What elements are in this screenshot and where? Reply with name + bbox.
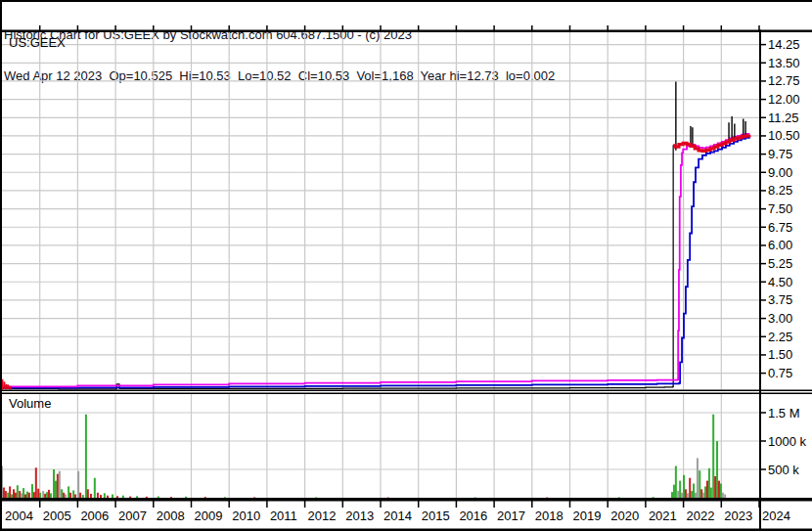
year-label: 2017: [497, 509, 525, 522]
price-tick-label: 11.25: [768, 111, 799, 124]
price-tick-label: 6.00: [768, 239, 792, 251]
stockwatch-historic-chart: Historic Chart for US:GEEX by Stockwatch…: [0, 0, 812, 531]
price-tick-label: 3.75: [768, 293, 792, 306]
year-label: 2007: [118, 509, 147, 522]
price-tick-label: 8.25: [768, 184, 792, 197]
year-label: 2018: [535, 509, 564, 522]
year-label: 2013: [345, 509, 374, 522]
price-tick-label: 6.75: [768, 221, 792, 234]
year-label: 2016: [459, 509, 487, 522]
year-label: 2011: [270, 509, 297, 522]
year-label: 2005: [43, 509, 71, 522]
price-tick-label: 0.75: [768, 367, 792, 379]
price-tick-label: 14.25: [768, 38, 800, 51]
year-label: 2010: [232, 509, 260, 522]
price-tick-label: 2.25: [768, 331, 792, 343]
year-label: 2004: [5, 509, 33, 522]
price-tick-label: 13.50: [768, 57, 800, 69]
price-tick-label: 7.50: [768, 202, 792, 215]
year-label: 2023: [724, 509, 752, 522]
year-label: 2014: [383, 509, 412, 522]
volume-tick-label: 500 k: [768, 464, 799, 476]
year-label: 2012: [308, 509, 337, 522]
price-tick-label: 12.75: [768, 74, 800, 87]
volume-tick-label: 1.5 M: [768, 407, 800, 420]
price-tick-label: 1.50: [768, 348, 792, 361]
price-tick-label: 4.50: [768, 276, 792, 288]
year-label: 2024: [762, 509, 790, 522]
year-label: 2022: [687, 509, 715, 522]
price-tick-label: 9.00: [768, 166, 792, 179]
chart-canvas: [0, 0, 812, 531]
volume-panel-label: Volume: [9, 397, 51, 410]
year-label: 2015: [422, 509, 450, 522]
volume-tick-label: 1000 k: [768, 435, 806, 448]
price-tick-label: 9.75: [768, 148, 792, 160]
year-label: 2006: [80, 509, 109, 522]
price-tick-label: 5.25: [768, 257, 792, 270]
price-tick-label: 12.00: [768, 93, 800, 106]
year-label: 2009: [195, 509, 223, 522]
year-label: 2008: [157, 509, 185, 522]
price-tick-label: 10.50: [768, 129, 800, 142]
price-tick-label: 3.00: [768, 312, 792, 325]
year-label: 2019: [573, 509, 602, 522]
year-label: 2020: [610, 509, 639, 522]
symbol-label: US:GEEX: [9, 36, 66, 49]
year-label: 2021: [649, 509, 677, 522]
